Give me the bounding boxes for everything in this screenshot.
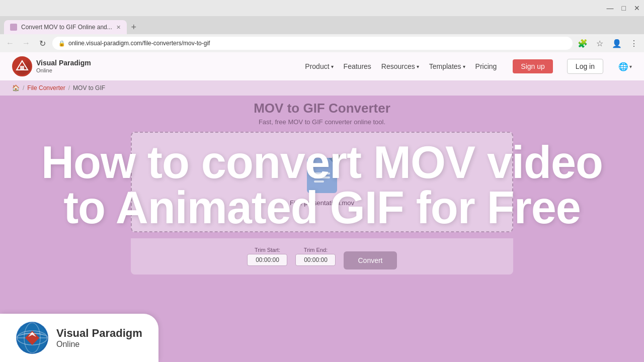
converter-section: MOV to GIF Converter Fast, free MOV to G… <box>131 101 513 275</box>
menu-icon[interactable]: ⋮ <box>628 37 640 49</box>
main-area: MOV to GIF Converter Fast, free MOV to G… <box>0 96 644 275</box>
product-chevron-icon: ▾ <box>331 64 334 69</box>
nav-templates[interactable]: Templates ▾ <box>429 62 465 70</box>
signup-button[interactable]: Sign up <box>513 59 552 73</box>
close-btn[interactable]: ✕ <box>634 4 640 12</box>
breadcrumb: 🏠 / File Converter / MOV to GIF <box>0 80 644 96</box>
profile-icon[interactable]: 👤 <box>611 37 623 49</box>
file-lines <box>314 172 330 183</box>
trim-end-label: Trim End: <box>295 247 336 253</box>
site-nav: Visual Paradigm Online Product ▾ Feature… <box>0 52 644 80</box>
browser-chrome: — □ ✕ Convert MOV to GIF Online and... ✕… <box>0 0 644 52</box>
nav-resources[interactable]: Resources ▾ <box>381 62 419 70</box>
url-text: online.visual-paradigm.com/file-converte… <box>68 40 210 47</box>
nav-pricing[interactable]: Pricing <box>475 62 497 70</box>
language-selector[interactable]: 🌐 ▾ <box>618 62 632 71</box>
logo-text: Visual Paradigm Online <box>36 59 91 73</box>
maximize-btn[interactable]: □ <box>622 4 626 12</box>
minimize-btn[interactable]: — <box>607 4 614 12</box>
converter-subtitle: Fast, free MOV to GIF converter online t… <box>131 118 513 126</box>
svg-rect-1 <box>20 66 24 70</box>
trim-start-input[interactable] <box>247 254 287 266</box>
toolbar-icons: 🧩 ☆ 👤 ⋮ <box>577 37 640 49</box>
tab-close-icon[interactable]: ✕ <box>116 24 121 31</box>
trim-end-field: Trim End: <box>295 247 336 266</box>
convert-button[interactable]: Convert <box>344 251 396 269</box>
file-icon-wrapper: ✕ <box>307 158 337 193</box>
trim-start-field: Trim Start: <box>247 247 287 266</box>
breadcrumb-sep2: / <box>68 84 70 92</box>
converter-box[interactable]: ✕ File: presentation.mov <box>131 132 513 232</box>
logo-main-text: Visual Paradigm <box>36 59 91 67</box>
bottom-logo: Visual Paradigm Online <box>0 314 158 362</box>
logo-icon <box>12 56 32 76</box>
address-bar: ← → ↻ 🔒 online.visual-paradigm.com/file-… <box>0 34 644 52</box>
back-btn[interactable]: ← <box>4 37 16 49</box>
site-logo: Visual Paradigm Online <box>12 56 91 76</box>
bottom-logo-sub: Online <box>56 340 142 349</box>
tab-title: Convert MOV to GIF Online and... <box>21 24 112 31</box>
breadcrumb-current: MOV to GIF <box>73 84 105 92</box>
tab-favicon <box>10 24 17 31</box>
breadcrumb-home[interactable]: 🏠 <box>12 84 20 92</box>
tab-bar: Convert MOV to GIF Online and... ✕ + <box>0 16 644 34</box>
converter-controls: Trim Start: Trim End: Convert <box>131 238 513 275</box>
svg-point-2 <box>17 323 47 353</box>
title-bar: — □ ✕ <box>0 0 644 16</box>
nav-product[interactable]: Product ▾ <box>305 62 333 70</box>
resources-chevron-icon: ▾ <box>417 64 419 69</box>
bottom-logo-globe-icon <box>16 322 48 354</box>
active-tab[interactable]: Convert MOV to GIF Online and... ✕ <box>4 20 127 34</box>
page-content: Visual Paradigm Online Product ▾ Feature… <box>0 52 644 362</box>
breadcrumb-sep1: / <box>23 84 24 92</box>
star-icon[interactable]: ☆ <box>594 37 606 49</box>
trim-start-label: Trim Start: <box>247 247 287 253</box>
nav-features[interactable]: Features <box>344 62 371 70</box>
file-remove-btn[interactable]: ✕ <box>332 154 341 163</box>
trim-end-input[interactable] <box>295 254 336 266</box>
reload-btn[interactable]: ↻ <box>36 37 48 49</box>
bottom-logo-text: Visual Paradigm Online <box>56 327 142 349</box>
new-tab-btn[interactable]: + <box>127 20 141 34</box>
logo-sub-text: Online <box>36 67 91 73</box>
bottom-logo-name: Visual Paradigm <box>56 327 142 340</box>
converter-title: MOV to GIF Converter <box>131 101 513 116</box>
login-button[interactable]: Log in <box>567 59 603 74</box>
svg-rect-6 <box>25 331 39 345</box>
extensions-icon[interactable]: 🧩 <box>577 37 589 49</box>
url-bar[interactable]: 🔒 online.visual-paradigm.com/file-conver… <box>52 37 573 50</box>
svg-point-3 <box>17 331 47 345</box>
forward-btn[interactable]: → <box>20 37 32 49</box>
file-icon <box>307 158 337 193</box>
templates-chevron-icon: ▾ <box>463 64 465 69</box>
lock-icon: 🔒 <box>58 40 65 47</box>
breadcrumb-file-converter[interactable]: File Converter <box>27 84 65 92</box>
file-name-label: File: presentation.mov <box>290 199 354 207</box>
nav-links: Product ▾ Features Resources ▾ Templates… <box>305 59 632 74</box>
svg-marker-7 <box>28 332 36 337</box>
